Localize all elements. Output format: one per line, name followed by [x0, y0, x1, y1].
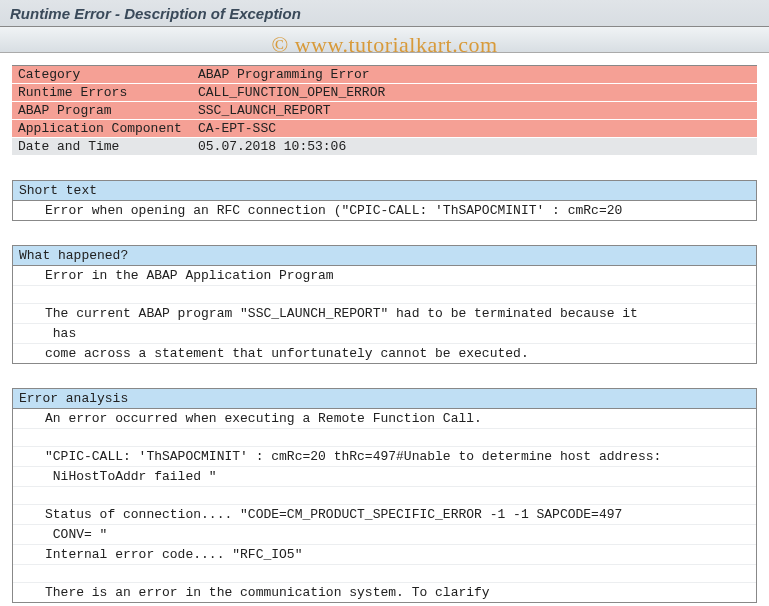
text-line: Error when opening an RFC connection ("C…	[13, 201, 756, 220]
section: What happened?Error in the ABAP Applicat…	[12, 245, 757, 364]
text-line	[13, 487, 756, 505]
window-title: Runtime Error - Description of Exception	[10, 5, 759, 22]
toolbar	[0, 27, 769, 53]
info-label: ABAP Program	[12, 102, 192, 120]
text-line: An error occurred when executing a Remot…	[13, 409, 756, 429]
info-row: Runtime ErrorsCALL_FUNCTION_OPEN_ERROR	[12, 84, 757, 102]
text-line: CONV= "	[13, 525, 756, 545]
section-body: Error when opening an RFC connection ("C…	[13, 201, 756, 220]
text-line	[13, 565, 756, 583]
info-label: Application Component	[12, 120, 192, 138]
window-header: Runtime Error - Description of Exception	[0, 0, 769, 27]
info-row: ABAP ProgramSSC_LAUNCH_REPORT	[12, 102, 757, 120]
info-value: ABAP Programming Error	[192, 66, 757, 84]
text-line: Internal error code.... "RFC_IO5"	[13, 545, 756, 565]
info-value: CA-EPT-SSC	[192, 120, 757, 138]
info-row: CategoryABAP Programming Error	[12, 66, 757, 84]
section-body: Error in the ABAP Application ProgramThe…	[13, 266, 756, 363]
section-header: Short text	[13, 181, 756, 201]
info-value: 05.07.2018 10:53:06	[192, 138, 757, 156]
info-label: Date and Time	[12, 138, 192, 156]
info-label: Category	[12, 66, 192, 84]
section-header: Error analysis	[13, 389, 756, 409]
text-line	[13, 286, 756, 304]
text-line: There is an error in the communication s…	[13, 583, 756, 602]
text-line: come across a statement that unfortunate…	[13, 344, 756, 363]
text-line: "CPIC-CALL: 'ThSAPOCMINIT' : cmRc=20 thR…	[13, 447, 756, 467]
section: Error analysisAn error occurred when exe…	[12, 388, 757, 603]
text-line: NiHostToAddr failed "	[13, 467, 756, 487]
text-line: Status of connection.... "CODE=CM_PRODUC…	[13, 505, 756, 525]
section-body: An error occurred when executing a Remot…	[13, 409, 756, 602]
text-line	[13, 429, 756, 447]
text-line: Error in the ABAP Application Program	[13, 266, 756, 286]
info-label: Runtime Errors	[12, 84, 192, 102]
info-row: Application ComponentCA-EPT-SSC	[12, 120, 757, 138]
info-row: Date and Time05.07.2018 10:53:06	[12, 138, 757, 156]
info-table: CategoryABAP Programming ErrorRuntime Er…	[12, 65, 757, 156]
section-header: What happened?	[13, 246, 756, 266]
text-line: The current ABAP program "SSC_LAUNCH_REP…	[13, 304, 756, 324]
info-value: SSC_LAUNCH_REPORT	[192, 102, 757, 120]
section: Short textError when opening an RFC conn…	[12, 180, 757, 221]
info-value: CALL_FUNCTION_OPEN_ERROR	[192, 84, 757, 102]
text-line: has	[13, 324, 756, 344]
content-area: CategoryABAP Programming ErrorRuntime Er…	[0, 53, 769, 603]
